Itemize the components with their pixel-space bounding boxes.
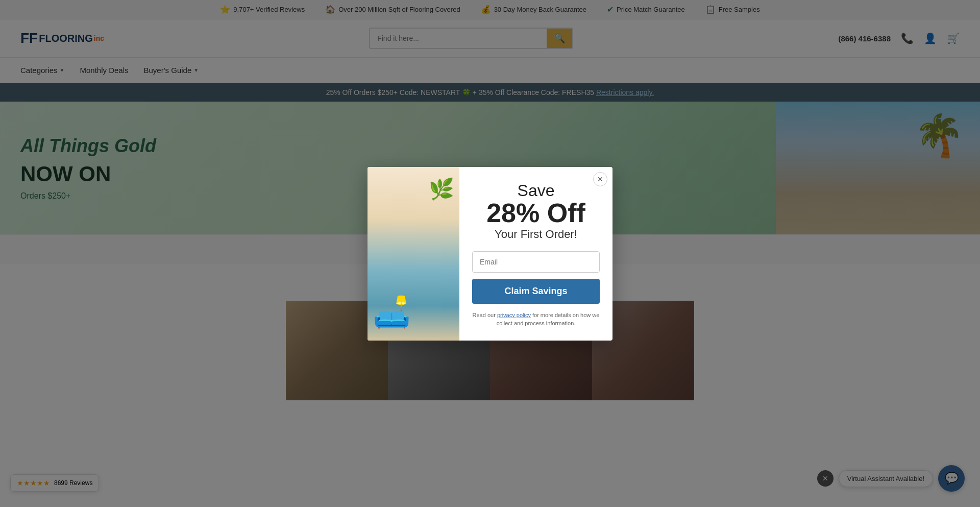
modal-image [368,167,459,341]
modal-footer: Read our privacy policy for more details… [472,311,600,328]
modal-overlay[interactable]: ✕ Save 28% Off Your First Order! Claim S… [0,0,980,507]
discount-modal: ✕ Save 28% Off Your First Order! Claim S… [368,167,612,341]
modal-form-area: Save 28% Off Your First Order! Claim Sav… [459,167,612,341]
claim-savings-button[interactable]: Claim Savings [472,279,600,304]
modal-email-input[interactable] [472,251,600,273]
modal-save-label: Save [518,182,555,199]
modal-close-button[interactable]: ✕ [593,172,607,186]
modal-discount-label: 28% Off [486,199,585,228]
modal-subtitle: Your First Order! [495,228,577,241]
privacy-policy-link[interactable]: privacy policy [497,312,531,318]
